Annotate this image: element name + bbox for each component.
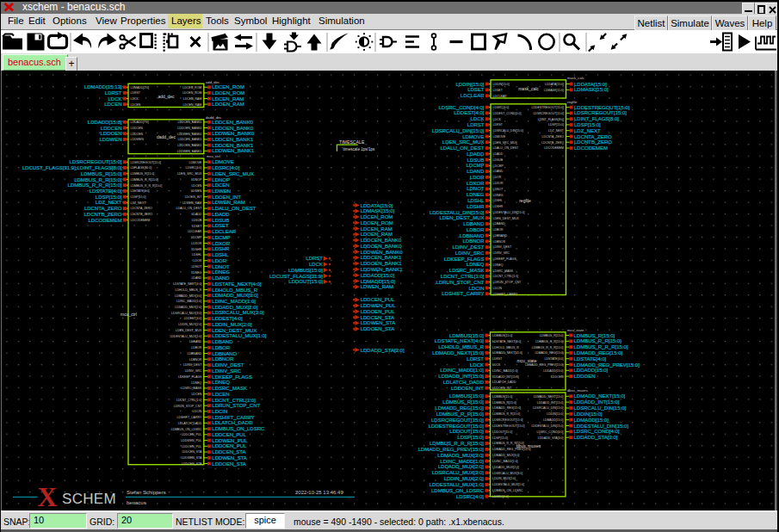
svg-text:LDSUB: LDSUB [493,158,504,162]
svg-text:LDSET: LDSET [212,223,229,228]
svg-text:LDNOT: LDNOT [212,264,230,269]
svg-text:LDBAND: LDBAND [493,222,506,226]
svg-text:LDINC_MADD[1:0]: LDINC_MADD[1:0] [440,459,484,464]
svg-text:LDCEN: LDCEN [131,103,141,107]
svg-text:LDCODEMEM: LDCODEMEM [88,218,121,223]
svg-text:LDBNOR: LDBNOR [212,356,234,362]
svg-text:LDSET: LDSET [192,225,202,228]
svg-text:LDDOEN: LDDOEN [131,133,144,136]
svg-text:LDSHIFT_CARRY: LDSHIFT_CARRY [177,416,202,419]
svg-text:LDBAND: LDBAND [212,339,233,344]
svg-text:LDMBUS_ON_LDSRC: LDMBUS_ON_LDSRC [171,428,202,431]
svg-text:LDDWEN_STA: LDDWEN_STA [212,455,247,461]
svg-text:LDOEN_RAM: LDOEN_RAM [183,103,202,107]
svg-text:LDDADD_MUX[2:0]: LDDADD_MUX[2:0] [212,305,257,310]
svg-text:LDDADD_INT[15:0]: LDDADD_INT[15:0] [438,374,484,379]
svg-text:LDMADD[15:0]: LDMADD[15:0] [574,418,609,423]
svg-text:LDDWEN_BANK0: LDDWEN_BANK0 [212,131,255,136]
svg-text:LDDOEN_BANK1: LDDOEN_BANK1 [212,143,254,148]
svg-text:LDDADD_INT[15:0]: LDDADD_INT[15:0] [574,399,620,405]
svg-text:LDMBUS_ON_LDSRC: LDMBUS_ON_LDSRC [212,426,265,431]
svg-text:LDMBUS[15:0]: LDMBUS[15:0] [492,395,512,399]
svg-text:LDDESTALU_MUX[1:0]: LDDESTALU_MUX[1:0] [430,482,485,487]
svg-text:X: X [38,482,58,511]
svg-text:LDNEG: LDNEG [191,271,201,275]
svg-text:LDMADD_REG_PREV[15:0]: LDMADD_REG_PREV[15:0] [492,448,531,451]
svg-text:`timescale 1ps/1ps: `timescale 1ps/1ps [342,147,375,152]
svg-text:LDHOLD_MBUS_R: LDHOLD_MBUS_R [212,288,257,293]
svg-text:LDMADD_MUX[3:0]: LDMADD_MUX[3:0] [437,453,484,458]
svg-text:LDDOUT[15:0]: LDDOUT[15:0] [449,429,484,434]
svg-text:LDSRCREGOUT[15:0]: LDSRCREGOUT[15:0] [69,159,121,164]
svg-text:LDOEN_ROM: LDOEN_ROM [361,220,393,226]
svg-text:LDBOR: LDBOR [493,228,504,232]
svg-text:LDINC_MADD[1:0]: LDINC_MADD[1:0] [492,460,518,463]
svg-text:LDBOR: LDBOR [467,227,485,232]
svg-text:LDDESTALU_DIN[15:0]: LDDESTALU_DIN[15:0] [574,424,629,429]
svg-text:LDHOLD_MBUS_R: LDHOLD_MBUS_R [438,344,484,350]
svg-text:LDKEEP_FLAGS: LDKEEP_FLAGS [444,257,485,262]
svg-text:LDMBUS_R[15:0]: LDMBUS_R[15:0] [540,334,564,337]
svg-text:LDNEG: LDNEG [467,192,485,197]
svg-text:LDSP[15:0]: LDSP[15:0] [131,195,146,199]
svg-text:add_dec: add_dec [206,80,219,84]
svg-text:LDCNTA_ZERO: LDCNTA_ZERO [131,207,153,210]
svg-text:LDSP[15:0]: LDSP[15:0] [492,436,508,440]
svg-text:LDDWEN: LDDWEN [99,137,121,142]
svg-text:LDCNTA_ZERO: LDCNTA_ZERO [542,135,565,139]
svg-text:LDDCEN_BANK1: LDDCEN_BANK1 [177,138,201,141]
svg-text:LDBNAND: LDBNAND [212,351,237,356]
svg-text:LDCK: LDCK [493,118,502,121]
svg-text:LDDIN_MUX[2:0]: LDDIN_MUX[2:0] [212,322,252,327]
svg-text:LDMADD_REG_PREV[15:0]: LDMADD_REG_PREV[15:0] [525,363,564,367]
svg-text:LDDOEN_PUL: LDDOEN_PUL [182,445,201,448]
svg-text:LDMOVE: LDMOVE [189,161,202,164]
svg-text:LDLATCH_DADD: LDLATCH_DADD [492,380,516,384]
svg-text:LDDCEN_BANK0: LDDCEN_BANK0 [361,238,402,243]
svg-text:LDSRCREGOUT[15:0]: LDSRCREGOUT[15:0] [533,112,564,115]
svg-text:LDSHIFT_CARRY: LDSHIFT_CARRY [212,415,254,420]
svg-text:LDDWEN_BANK1: LDDWEN_BANK1 [361,267,404,272]
svg-text:LDMADD[15:13]: LDMADD[15:13] [84,84,122,90]
svg-text:LDMADD_MUX[3:0]: LDMADD_MUX[3:0] [175,294,201,298]
svg-text:LDNOT: LDNOT [493,188,504,191]
svg-text:LDMBUS_R[15:0]: LDMBUS_R[15:0] [131,172,155,176]
svg-text:LDDATA[15:0]: LDDATA[15:0] [574,82,607,87]
svg-text:LDNOP: LDNOP [191,178,202,182]
svg-text:TIMESCALE: TIMESCALE [339,139,365,145]
svg-text:LDMBUS_R[15:0]: LDMBUS_R[15:0] [442,399,484,405]
svg-text:LDMADD[15:0]: LDMADD[15:0] [361,279,396,284]
svg-text:LDSTATE_NEXT[4:0]: LDSTATE_NEXT[4:0] [173,282,201,286]
svg-text:LDSP[15:0]: LDSP[15:0] [457,435,484,440]
svg-text:LDDOEN_BANK0: LDDOEN_BANK0 [212,126,254,131]
svg-text:LDMOVE: LDMOVE [462,134,484,139]
svg-text:LDBNOR: LDBNOR [189,358,202,362]
svg-text:LDSHIFT_CARRY: LDSHIFT_CARRY [493,293,518,296]
svg-text:LDDIN[15:0]: LDDIN[15:0] [547,412,563,416]
svg-text:LDSRCALU_DIN[15:0]: LDSRCALU_DIN[15:0] [533,406,563,410]
svg-text:LDOEN_ROM: LDOEN_ROM [212,90,244,96]
svg-text:LDDOEN: LDDOEN [551,375,564,379]
svg-text:LDWEN: LDWEN [191,189,202,193]
svg-text:LDINV_SRC: LDINV_SRC [185,369,202,373]
svg-text:LDDWEN_BANK0: LDDWEN_BANK0 [361,250,404,255]
svg-text:LDSRC[4:0]: LDSRC[4:0] [456,494,484,499]
svg-text:benacus: benacus [127,500,146,505]
svg-text:LDCODEMEM: LDCODEMEM [574,145,608,151]
svg-text:LDMBUS_R_R_R[15:0]: LDMBUS_R_R_R[15:0] [67,182,121,188]
svg-text:LDCNT_CTRL[1:0]: LDCNT_CTRL[1:0] [493,275,519,278]
svg-text:LDINV_SRC: LDINV_SRC [493,251,510,255]
svg-text:LDOR: LDOR [212,258,226,263]
svg-text:LDBAND: LDBAND [189,340,202,343]
svg-text:LDCK: LDCK [309,262,323,267]
svg-text:LDCEN_RAM: LDCEN_RAM [212,96,244,102]
svg-text:LDKEEP_FLAGS: LDKEEP_FLAGS [178,375,202,379]
svg-text:LDLATCH_DADD: LDLATCH_DADD [443,380,485,385]
svg-text:LDAND: LDAND [212,275,230,281]
svg-text:LDSHL: LDSHL [212,252,229,257]
svg-text:LDSTATE[4:0]: LDSTATE[4:0] [90,189,122,194]
svg-text:LDSRC[4:0]: LDSRC[4:0] [186,166,202,170]
svg-text:LDEN_SRC_MUX: LDEN_SRC_MUX [442,139,485,145]
svg-text:LDSRCALU_DIN[15:0]: LDSRCALU_DIN[15:0] [493,129,523,133]
svg-text:LDDWEN: LDDWEN [131,138,145,141]
